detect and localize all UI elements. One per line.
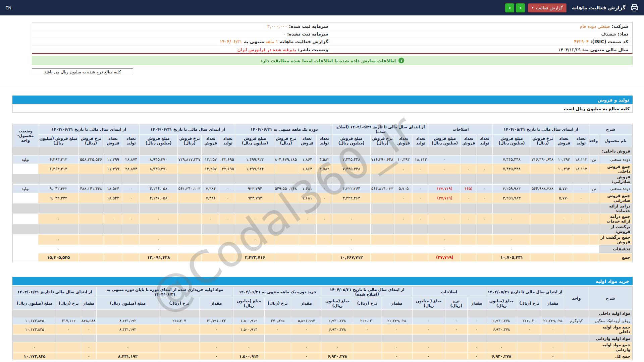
report-period-date-link[interactable]: ۱۴۰۴/۰۶/۳۱ [220,39,242,44]
value-cell [461,224,477,235]
value-cell [429,224,461,235]
value-cell [316,203,332,214]
value-cell: ۲۶۴,۰۲۰ [353,317,381,324]
value-cell: ۱۰,۳۹۳ [555,164,573,174]
value-cell: ۷,۴۴۵,۴۴۸ [493,156,531,164]
value-cell: ۰ [332,235,371,245]
product-row: دوده صنعتيتن۱۸,۱۱۳۱۰,۳۹۳۷۱۶,۳۹۰,۶۴۸۷,۴۴۵… [13,156,632,164]
value-cell: ۲۷۰,۸۲۵ [264,317,291,324]
value-cell: ۰ [412,324,445,335]
value-cell [531,203,554,214]
value-cell [468,310,486,317]
value-cell: ۰ [461,214,477,224]
value-cell [353,353,381,360]
report-period-length-link[interactable]: ۱ ماهه [266,39,278,44]
value-cell [56,342,81,353]
value-cell: ۰ [468,324,486,335]
value-cell [38,174,79,185]
row-label: روغن آروماتیک سنگین [589,317,632,324]
column-header: نرخ (ریال) [445,297,467,310]
value-cell [555,174,573,185]
value-cell: ۰ [445,317,467,324]
value-cell [332,147,371,156]
product-row: دوده صنعتيتن۰۵,۷۷۰۵۶۴,۹۸۸,۳۸۸۳,۲۵۹,۹۸۳۰(… [13,185,632,193]
value-cell: ۷,۴۴۵,۴۴۸ [332,164,371,174]
value-cell: ۰ [412,342,445,353]
value-cell: ۲,۴۲۳,۷۱۶ [236,253,274,262]
value-cell: ۰ [573,214,589,224]
value-cell [123,203,139,214]
value-cell: ۱۰,۱۷۳,۸۴۵ [13,324,56,335]
print-icon[interactable] [630,4,639,12]
value-cell: ۱,۸۶۴ [298,164,316,174]
value-cell [264,353,291,360]
company-name-link[interactable]: صنعتي دوده فام [580,23,610,29]
value-cell: ۲۲,۶۹۵ [220,156,236,164]
value-cell: ۴,۵۸۲ [316,156,332,164]
value-cell: ۰ [493,214,531,224]
column-group-header: از ابتدای سال مالی تا تاریخ ۱۴۰۴/۰۵/۳۱ (… [332,124,429,135]
value-cell: ۰ [233,342,264,353]
value-cell [298,174,316,185]
value-cell [316,147,332,156]
row-label: دوده صنعتي [599,156,632,164]
value-cell [220,203,236,214]
value-cell [555,203,573,214]
report-type-label: گزارش فعالیت [536,5,562,10]
grand-total-row: جمع۱۰,۷۰۵,۴۳۱(۳۷,۷۱۹)۱۰,۶۶۷,۷۱۲۲,۴۲۳,۷۱۶… [13,253,632,262]
value-cell: ۰ [103,214,123,224]
value-cell [573,147,589,156]
value-cell [531,193,554,203]
value-cell: ۰ [38,235,79,245]
language-toggle[interactable]: EN [5,5,11,10]
column-header: نرخ (ریال) [264,297,291,310]
value-cell [517,353,542,360]
value-cell [394,224,413,235]
value-cell [394,147,413,156]
prev-report-button[interactable]: ‹ [505,3,514,12]
value-cell: ۸,۴۳۱,۱۹۲ [97,324,159,335]
value-cell: ۳,۲۵۹,۹۸۳ [493,193,531,203]
row-label: مواد اولیه داخلی [589,310,632,317]
value-cell [589,193,599,203]
value-cell [589,235,599,245]
value-cell: ۲۲,۶۹۵ [220,164,236,174]
column-header: مقدار [542,297,564,310]
value-cell: ۰ [445,324,467,335]
issuer-status-value: پذیرفته شده در فرابورس ایران [237,47,296,52]
issuer-status-field: وضعیت ناشر: پذیرفته شده در فرابورس ایران [32,46,332,53]
value-cell [123,253,139,262]
value-cell: ۳,۲۲۲,۲۶۴ [332,185,371,193]
section-row: مواد اولیه داخلی [13,310,632,317]
column-header: تعداد تولید [413,135,429,147]
value-cell: ۲۱۷,۱۶۴ [56,317,81,324]
column-header: تعداد تولید [316,135,332,147]
value-cell: ۲۶۴,۰۲۰ [517,317,542,324]
materials-section-title: خرید مواد اولیه [595,279,629,284]
value-cell [79,164,103,174]
value-cell: ۵,۷۰۵ [394,185,413,193]
value-cell: ۰ [381,353,412,360]
column-header: نرخ فروش (ریال) [177,135,201,147]
value-cell [564,353,589,360]
next-report-button[interactable]: › [516,3,525,12]
value-cell [177,224,201,235]
value-cell: ۱۰,۶۶۷,۷۱۲ [332,253,371,262]
value-cell: ۰ [236,245,274,253]
value-cell [531,164,554,174]
value-cell: ۰ [199,342,233,353]
value-cell: ۹۲۳,۷۹۴ [236,185,274,193]
value-cell: ۱۱,۳۹۹ [103,164,123,174]
report-period-label: گزارش فعالیت ماهانه [280,39,328,44]
value-cell: ۵۶۴,۹۸۸,۳۸۸ [531,185,554,193]
column-header: مقدار [291,297,322,310]
value-cell [531,147,554,156]
value-cell [394,174,413,185]
value-cell [236,147,274,156]
value-cell: ۰ [477,185,493,193]
report-type-dropdown[interactable]: گزارش فعالیت ▾ [528,3,566,12]
materials-table-container: شرحواحداز ابتدای سال مالی تا تاریخ ۱۴۰۴/… [12,286,633,360]
value-cell: ۰ [322,342,353,353]
value-cell: ۰ [140,235,178,245]
value-cell: ۰ [316,185,332,193]
